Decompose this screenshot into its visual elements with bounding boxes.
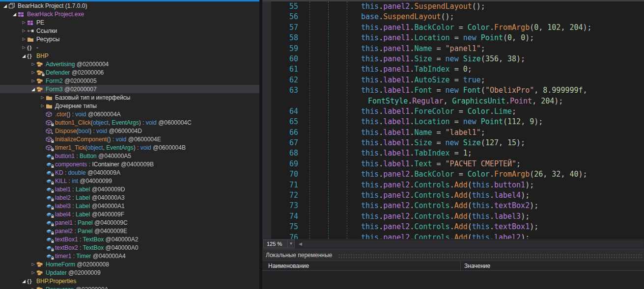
code-line: 68this.label1.TabIndex = 1; [271, 148, 644, 158]
chevron-down-icon[interactable]: ▼ [287, 240, 294, 248]
tree-row[interactable]: panel1 : Panel @0400009C [0, 218, 259, 227]
expander-icon[interactable]: ▷ [30, 79, 36, 83]
tree-row[interactable]: KILL : int @04000099 [0, 177, 259, 185]
tree-row-label: BearHack Project.exe [27, 11, 84, 18]
tree-row[interactable]: ▷Resources @0200000A [0, 285, 259, 289]
tree-row[interactable]: timer1 : Timer @040000A4 [0, 252, 259, 260]
locals-panel-title: Локальные переменные [266, 252, 332, 259]
class-icon [36, 70, 46, 76]
tree-row[interactable]: button1_Click(object, EventArgs) : void … [0, 118, 259, 127]
method-icon [46, 136, 55, 142]
tree-row[interactable]: components : IContainer @0400009B [0, 160, 259, 168]
code-text: this.label1.Font = new Font("ObelixPro",… [298, 85, 588, 96]
line-number [271, 96, 298, 106]
line-number: 64 [271, 106, 298, 117]
code-text: this.panel1.Size = new Size(356, 38); [298, 54, 525, 64]
tree-row[interactable]: ▷Ссылки [0, 26, 259, 35]
line-number: 61 [271, 64, 298, 75]
tree-row-label: label2 : Label @040000A3 [55, 194, 125, 201]
code-text: this.label1.ForeColor = Color.Lime; [298, 106, 516, 117]
tree-row[interactable]: .ctor() : void @0600004A [0, 110, 259, 118]
expander-icon[interactable]: ◢ [11, 12, 18, 17]
code-editor[interactable]: 55this.panel2.SuspendLayout();56base.Sus… [271, 1, 644, 239]
column-header-value[interactable]: Значение [461, 261, 490, 270]
code-text: this.panel1.Location = new Point(0, 0); [298, 33, 534, 43]
expander-icon[interactable]: ▷ [39, 95, 46, 100]
expander-icon[interactable]: ◢ [21, 279, 27, 284]
tree-row[interactable]: ▷Advertising @02000004 [0, 60, 259, 68]
tree-row[interactable]: ▷Form2 @02000005 [0, 77, 259, 85]
code-line: 58this.panel1.Location = new Point(0, 0)… [271, 33, 644, 43]
indent-guide [328, 1, 329, 239]
titlebar-grip-dots [338, 254, 642, 258]
tree-row[interactable]: ٭Dispose(bool) : void @0600004D [0, 127, 259, 135]
editor-bottom-bar: 125 % ▼ ◀ [262, 239, 644, 249]
code-line: 57this.panel1.BackColor = Color.FromArgb… [271, 23, 644, 33]
tree-row-label: Базовый тип и интерфейсы [55, 94, 130, 101]
tree-row-label: - [36, 44, 38, 51]
tree-row[interactable]: label4 : Label @0400009F [0, 210, 259, 218]
tree-row[interactable]: InitializeComponent() : void @0600004E [0, 135, 259, 143]
scroll-left-icon[interactable]: ◀ [299, 241, 302, 246]
expander-icon[interactable]: ▷ [30, 270, 36, 275]
method-icon [46, 145, 55, 151]
tree-row[interactable]: ◢{ }BHP.Properties [0, 277, 259, 285]
tree-row[interactable]: label3 : Label @040000A1 [0, 202, 259, 210]
expander-icon[interactable]: ▷ [39, 104, 46, 108]
code-text: this.panel2.SuspendLayout(); [298, 1, 485, 12]
assembly-explorer-tree[interactable]: ◢BearHack Project (1.7.0.0)◢BearHack Pro… [0, 1, 259, 289]
tree-row[interactable]: ▷HomeForm @02000008 [0, 260, 259, 268]
tree-row[interactable]: ▷{ }- [0, 43, 259, 52]
tree-row[interactable]: ◢{ }BHP [0, 52, 259, 60]
code-line: 69this.label1.Text = "РАСЧЕТ СМЕРТЕЙ"; [271, 159, 644, 169]
zoom-level-select[interactable]: 125 % ▼ [263, 239, 295, 248]
tree-row[interactable]: ▷Updater @02000009 [0, 268, 259, 277]
field-icon [46, 170, 55, 176]
tree-row[interactable]: textBox1 : TextBox @040000A2 [0, 235, 259, 243]
expander-icon[interactable]: ▷ [30, 262, 36, 266]
tree-row[interactable]: textBox2 : TextBox @040000A0 [0, 243, 259, 252]
code-line: 56base.SuspendLayout(); [271, 12, 644, 22]
tree-row[interactable]: timer1_Tick(object, EventArgs) : void @0… [0, 143, 259, 152]
expander-icon[interactable]: ▷ [21, 20, 27, 25]
column-header-name[interactable]: Наименование [262, 261, 461, 270]
zoom-level-value: 125 % [264, 241, 287, 247]
locals-panel-titlebar[interactable]: Локальные переменные [262, 250, 644, 261]
line-number: 72 [271, 190, 298, 201]
expander-icon[interactable]: ◢ [2, 3, 8, 8]
tree-row[interactable]: button1 : Button @040000A5 [0, 152, 259, 160]
expander-icon[interactable]: ◢ [30, 87, 36, 92]
code-line: 63this.label1.Font = new Font("ObelixPro… [271, 85, 644, 96]
expander-icon[interactable]: ▷ [21, 28, 27, 33]
tree-row[interactable]: ◢BearHack Project (1.7.0.0) [0, 1, 259, 10]
expander-icon[interactable]: ▷ [21, 37, 27, 41]
expander-icon[interactable]: ▷ [21, 45, 27, 50]
tree-row[interactable]: ◢Form3 @02000007 [0, 85, 259, 93]
expander-icon[interactable]: ▷ [30, 62, 36, 66]
field-icon [46, 220, 55, 226]
tree-row[interactable]: label2 : Label @040000A3 [0, 193, 259, 202]
tree-row[interactable]: ◢BearHack Project.exe [0, 10, 259, 18]
expander-icon[interactable]: ◢ [21, 53, 27, 58]
tree-row[interactable]: ▷Базовый тип и интерфейсы [0, 93, 259, 102]
tree-row[interactable]: ▷PE [0, 18, 259, 26]
tree-row[interactable]: panel2 : Panel @0400009E [0, 227, 259, 235]
field-icon [46, 228, 55, 234]
expander-icon[interactable]: ▷ [30, 287, 36, 289]
code-text: base.SuspendLayout(); [298, 12, 454, 22]
horizontal-scrollbar[interactable] [303, 240, 643, 247]
tree-row[interactable]: KD : double @0400009A [0, 168, 259, 177]
tree-row[interactable]: ▷Дочерние типы [0, 102, 259, 110]
code-text: this.panel2.Controls.Add(this.textBox1); [298, 222, 538, 232]
expander-icon[interactable]: ▷ [30, 70, 36, 75]
tree-row-label: label1 : Label @0400009D [55, 186, 125, 193]
field-icon [46, 186, 55, 192]
line-number: 55 [271, 1, 298, 12]
assembly-icon [8, 2, 18, 9]
tree-row-label: BearHack Project (1.7.0.0) [18, 2, 87, 9]
tree-row[interactable]: ▷Defender @02000006 [0, 68, 259, 77]
tree-row[interactable]: label1 : Label @0400009D [0, 185, 259, 193]
tree-row-label: Resources @0200000A [46, 286, 109, 289]
tree-row-label: Ссылки [36, 27, 57, 34]
tree-row[interactable]: ▷Ресурсы [0, 35, 259, 43]
